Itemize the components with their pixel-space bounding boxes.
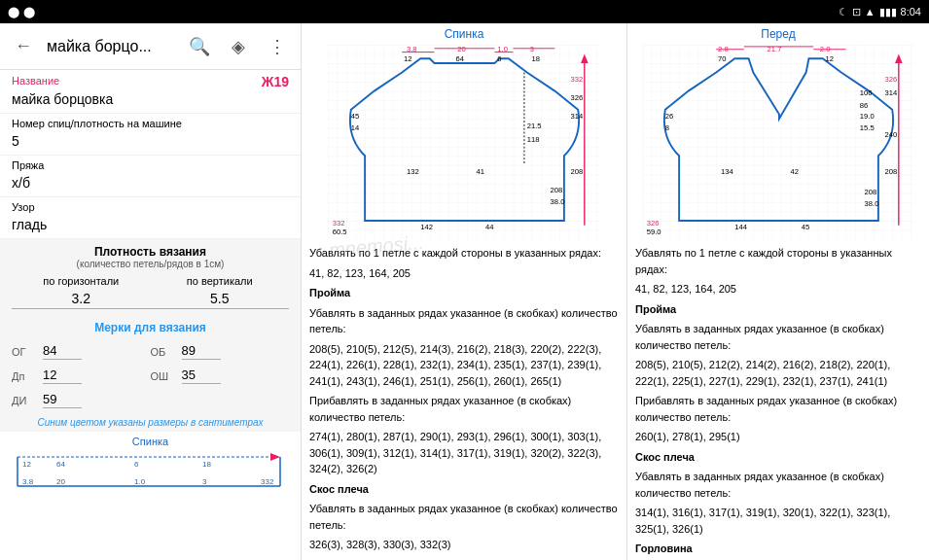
svg-text:3.8: 3.8 (22, 477, 34, 486)
svg-text:19.0: 19.0 (860, 112, 875, 121)
app-title: майка борцо... (47, 38, 176, 55)
svg-text:240: 240 (885, 130, 898, 139)
meas-og: ОГ 84 (12, 340, 151, 363)
svg-text:41: 41 (476, 167, 483, 176)
svg-text:144: 144 (734, 223, 747, 231)
signal-icon: ▮▮▮ (879, 6, 897, 18)
svg-text:326: 326 (885, 75, 898, 84)
status-bar: ⬤ ⬤ ☾ ⊡ ▲ ▮▮▮ 8:04 (0, 0, 929, 23)
search-button[interactable]: 🔍 (184, 31, 215, 62)
svg-text:6: 6 (134, 460, 139, 469)
yarn-label: Пряжа (12, 159, 289, 171)
r-shoulder-decrease: Убавлять в заданных рядах указанное (в с… (635, 469, 921, 501)
density-subtitle: (количество петель/рядов в 1см) (12, 259, 289, 269)
svg-text:64: 64 (56, 460, 65, 469)
svg-text:326: 326 (570, 93, 583, 102)
wifi-icon: ▲ (865, 6, 875, 18)
right-panel[interactable]: Перед 2.8 21.7 2.0 70 12 (627, 23, 929, 560)
svg-text:12: 12 (404, 54, 411, 63)
back-icon: ← (15, 36, 32, 56)
name-label: Название (12, 75, 59, 87)
svg-text:38.0: 38.0 (865, 199, 879, 208)
r-armhole-increase: Прибавлять в заданных рядах указанное (в… (635, 393, 921, 425)
armhole-decrease: Убавлять в заданных рядах указанное (в с… (309, 305, 619, 337)
r-neck-title: Горловина (635, 542, 693, 554)
back-button[interactable]: ← (8, 31, 39, 62)
pattern-label: Узор (12, 201, 289, 213)
svg-text:208: 208 (865, 188, 877, 196)
notification-dot2: ⬤ (23, 6, 35, 18)
svg-text:134: 134 (721, 167, 733, 176)
meas-di: ДИ 59 (12, 389, 151, 411)
svg-text:132: 132 (406, 167, 418, 176)
r-decrease-rows: 41, 82, 123, 164, 205 (635, 281, 921, 298)
osh-value: 35 (182, 368, 221, 384)
r-armhole-increase-vals: 260(1), 278(1), 295(1) (635, 429, 921, 445)
svg-text:1.0: 1.0 (134, 477, 146, 486)
svg-text:42: 42 (790, 167, 798, 176)
name-value: майка борцовка (12, 89, 289, 109)
armhole-title: Пройма (309, 287, 350, 298)
meas-ob: ОБ 89 (151, 340, 290, 363)
svg-text:2.0: 2.0 (820, 45, 831, 53)
svg-text:59.0: 59.0 (647, 228, 661, 236)
middle-panel[interactable]: Спинка 3.8 20 1.0 3 (302, 23, 627, 560)
status-right: ☾ ⊡ ▲ ▮▮▮ 8:04 (839, 6, 921, 18)
bottom-schematic-svg: 3.8 20 1.0 3 332 12 64 6 18 (8, 447, 290, 494)
main-area: ← майка борцо... 🔍 ◈ ⋮ Название Ж19 майк… (0, 23, 929, 560)
svg-text:45: 45 (802, 223, 809, 231)
map-button[interactable]: ◈ (223, 31, 254, 62)
svg-text:26: 26 (665, 112, 673, 121)
svg-text:44: 44 (484, 223, 493, 231)
svg-text:15.5: 15.5 (860, 123, 875, 132)
armhole-decrease-vals: 208(5), 210(5), 212(5), 214(3), 216(2), … (309, 341, 619, 390)
right-schema-title: Перед (635, 27, 921, 41)
og-label: ОГ (12, 346, 35, 358)
osh-label: ОШ (151, 370, 174, 382)
horiz-value: 3.2 (12, 291, 151, 309)
shoulder-vals: 326(3), 328(3), 330(3), 332(3) (309, 537, 619, 553)
pattern-value: гладь (12, 215, 289, 234)
r-armhole-decrease-vals: 208(5), 210(5), 212(2), 214(2), 216(2), … (635, 357, 921, 389)
svg-text:142: 142 (420, 223, 433, 231)
svg-rect-46 (642, 45, 915, 239)
svg-text:14: 14 (350, 123, 359, 132)
meas-dp: Дп 12 (12, 365, 151, 387)
vert-label: по вертикали (151, 275, 290, 287)
svg-text:332: 332 (332, 219, 344, 228)
map-icon: ◈ (232, 36, 245, 57)
svg-text:208: 208 (550, 186, 562, 194)
r-shoulder-title: Скос плеча (635, 451, 695, 463)
size-badge: Ж19 (262, 74, 289, 89)
sim-icon: ⊡ (852, 6, 861, 18)
svg-text:12: 12 (22, 460, 31, 469)
menu-button[interactable]: ⋮ (262, 31, 293, 62)
ob-label: ОБ (151, 346, 174, 358)
decrease-rows: 41, 82, 123, 164, 205 (309, 265, 619, 282)
shoulder-decrease: Убавлять в заданных рядах указанное (в с… (309, 501, 619, 533)
di-label: ДИ (12, 395, 35, 406)
r-decrease-intro: Убавлять по 1 петле с каждой стороны в у… (635, 245, 921, 277)
r-armhole-title: Пройма (635, 303, 676, 315)
notification-dot1: ⬤ (8, 6, 19, 18)
svg-text:208: 208 (570, 167, 583, 176)
svg-text:3: 3 (529, 45, 533, 53)
svg-text:106: 106 (860, 88, 873, 97)
vert-value: 5.5 (151, 291, 290, 309)
svg-text:314: 314 (885, 88, 898, 97)
svg-text:64: 64 (455, 54, 464, 63)
needle-section: Номер спиц/плотность на машине 5 (0, 114, 301, 156)
svg-text:332: 332 (570, 75, 583, 84)
dp-label: Дп (12, 370, 35, 382)
svg-text:1.0: 1.0 (497, 45, 508, 53)
ob-value: 89 (182, 343, 221, 360)
svg-text:38.0: 38.0 (550, 197, 564, 206)
needle-value: 5 (12, 131, 289, 151)
og-value: 84 (43, 343, 82, 360)
yarn-section: Пряжа х/б (0, 156, 301, 197)
pattern-section: Узор гладь (0, 197, 301, 239)
density-title: Плотность вязания (12, 245, 289, 259)
middle-schema-title: Спинка (309, 27, 619, 41)
meas-osh: ОШ 35 (151, 365, 290, 387)
status-left: ⬤ ⬤ (8, 6, 35, 18)
